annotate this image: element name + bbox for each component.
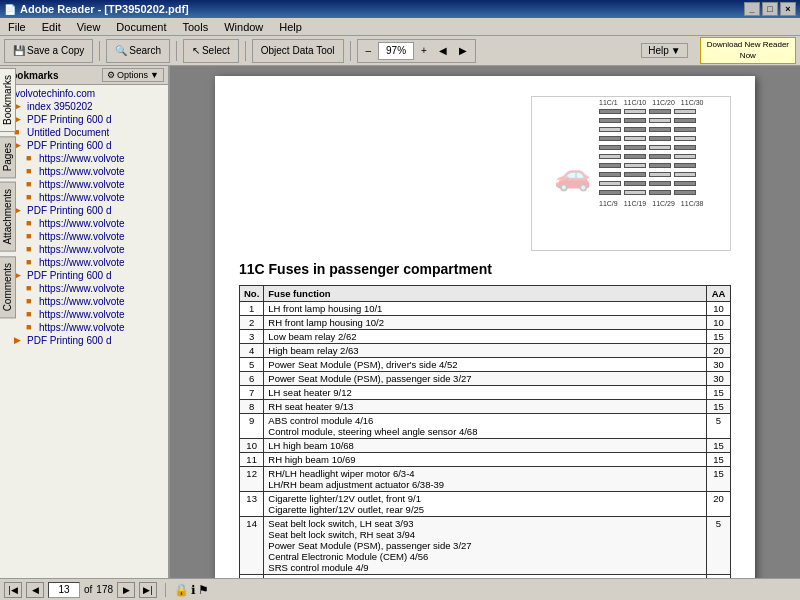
table-row: 12 RH/LH headlight wiper motor 6/3-4LH/R… — [240, 467, 731, 492]
comments-tab[interactable]: Comments — [0, 256, 16, 318]
row-func: RH seat heater 9/13 — [264, 400, 707, 414]
bookmark-item[interactable]: ■https://www.volvote — [2, 308, 166, 321]
nav-forward-button[interactable]: ▶ — [454, 41, 472, 61]
search-icon: 🔍 — [115, 45, 127, 56]
row-no: 14 — [240, 517, 264, 575]
prev-page-button[interactable]: ◀ — [26, 582, 44, 598]
bookmark-item[interactable]: ▶PDF Printing 600 d — [2, 269, 166, 282]
menu-tools[interactable]: Tools — [179, 19, 213, 35]
table-row: 1 LH front lamp housing 10/1 10 — [240, 302, 731, 316]
zoom-group: – + ◀ ▶ — [357, 39, 476, 63]
bookmark-item[interactable]: ■https://www.volvote — [2, 152, 166, 165]
row-no: 6 — [240, 372, 264, 386]
toolbar-separator2 — [176, 41, 177, 61]
table-row: 10 LH high beam 10/68 15 — [240, 439, 731, 453]
row-no: 12 — [240, 467, 264, 492]
objectdata-group: Object Data Tool — [252, 39, 344, 63]
bookmark-item[interactable]: ■Untitled Document — [2, 126, 166, 139]
pages-tab[interactable]: Pages — [0, 136, 16, 178]
fuse-col-4 — [674, 108, 696, 196]
col-label-11c1: 11C/1 — [599, 99, 618, 106]
attachments-tab[interactable]: Attachments — [0, 182, 16, 252]
menu-edit[interactable]: Edit — [38, 19, 65, 35]
close-button[interactable]: × — [780, 2, 796, 16]
row-aa: 20 — [707, 492, 731, 517]
select-button[interactable]: ↖ Select — [187, 41, 235, 61]
menu-file[interactable]: File — [4, 19, 30, 35]
last-page-button[interactable]: ▶| — [139, 582, 157, 598]
object-data-button[interactable]: Object Data Tool — [256, 41, 340, 61]
row-func: Power Seat Module (PSM), passenger side … — [264, 372, 707, 386]
options-button[interactable]: ⚙ Options ▼ — [102, 68, 164, 82]
bookmark-item[interactable]: ■https://www.volvote — [2, 178, 166, 191]
fuse-col-3 — [649, 108, 671, 196]
next-page-button[interactable]: ▶ — [117, 582, 135, 598]
toolbar-separator — [99, 41, 100, 61]
row-func: ABS control module 4/16Control module, s… — [264, 414, 707, 439]
menu-view[interactable]: View — [73, 19, 105, 35]
zoom-in-button[interactable]: + — [416, 41, 432, 61]
fuse-box-image: 🚗 11C/1 11C/10 11C/20 11C/30 — [531, 96, 731, 251]
page-of-label: of — [84, 584, 92, 595]
table-row: 7 LH seat heater 9/12 15 — [240, 386, 731, 400]
table-row: 14 Seat belt lock switch, LH seat 3/93Se… — [240, 517, 731, 575]
bookmark-item[interactable]: ■https://www.volvote — [2, 230, 166, 243]
bookmark-item[interactable]: ▶PDF Printing 600 d — [2, 334, 166, 347]
bookmark-item[interactable]: ■https://www.volvote — [2, 165, 166, 178]
row-no: 11 — [240, 453, 264, 467]
row-aa: 5 — [707, 414, 731, 439]
search-button[interactable]: 🔍 Search — [110, 41, 166, 61]
maximize-button[interactable]: □ — [762, 2, 778, 16]
bookmark-item[interactable]: ▶PDF Printing 600 d — [2, 113, 166, 126]
bookmark-item[interactable]: ■https://www.volvote — [2, 191, 166, 204]
bookmark-item[interactable]: ▶PDF Printing 600 d — [2, 204, 166, 217]
bookmark-label: https://www.volvote — [39, 153, 125, 164]
bookmark-label: https://www.volvote — [39, 309, 125, 320]
bookmark-item[interactable]: ■https://www.volvote — [2, 295, 166, 308]
menu-document[interactable]: Document — [112, 19, 170, 35]
row-aa: 15 — [707, 453, 731, 467]
bookmark-item[interactable]: ■https://www.volvote — [2, 256, 166, 269]
main-area: Bookmarks ⚙ Options ▼ ▶volvotechinfo.com… — [0, 66, 800, 578]
bookmark-item[interactable]: ■https://www.volvote — [2, 243, 166, 256]
col-header-aa: AA — [707, 286, 731, 302]
pdf-viewer[interactable]: 🚗 11C/1 11C/10 11C/20 11C/30 — [170, 66, 800, 578]
row-aa: 10 — [707, 302, 731, 316]
first-page-button[interactable]: |◀ — [4, 582, 22, 598]
minimize-button[interactable]: _ — [744, 2, 760, 16]
menu-window[interactable]: Window — [220, 19, 267, 35]
bookmark-label: https://www.volvote — [39, 166, 125, 177]
download-new-reader-button[interactable]: Download New ReaderNow — [700, 37, 796, 64]
zoom-field[interactable] — [378, 42, 414, 60]
row-no: 9 — [240, 414, 264, 439]
bookmark-item[interactable]: ▶PDF Printing 600 d — [2, 139, 166, 152]
bookmarks-tab[interactable]: Bookmarks — [0, 68, 16, 132]
nav-back-button[interactable]: ◀ — [434, 41, 452, 61]
bookmark-label: index 3950202 — [27, 101, 93, 112]
bookmark-icon: ■ — [26, 153, 36, 163]
row-aa: 15 — [707, 400, 731, 414]
bookmark-label: https://www.volvote — [39, 296, 125, 307]
window-controls[interactable]: _ □ × — [744, 2, 796, 16]
bookmark-item[interactable]: ■https://www.volvote — [2, 321, 166, 334]
zoom-out-button[interactable]: – — [361, 41, 377, 61]
bookmark-item[interactable]: ▶index 3950202 — [2, 100, 166, 113]
bookmark-icon: ■ — [26, 166, 36, 176]
title-text: Adobe Reader - [TP3950202.pdf] — [20, 3, 744, 15]
bookmark-item[interactable]: ■https://www.volvote — [2, 217, 166, 230]
col-header-no: No. — [240, 286, 264, 302]
bookmark-item[interactable]: ▶volvotechinfo.com — [2, 87, 166, 100]
table-row: 13 Cigarette lighter/12V outlet, front 9… — [240, 492, 731, 517]
row-aa: 15 — [707, 386, 731, 400]
bookmark-item[interactable]: ■https://www.volvote — [2, 282, 166, 295]
save-copy-button[interactable]: 💾 Save a Copy — [8, 41, 89, 61]
table-row: 2 RH front lamp housing 10/2 10 — [240, 316, 731, 330]
lock-icon: 🔒 — [174, 583, 189, 597]
help-button[interactable]: Help ▼ — [641, 43, 687, 58]
menu-help[interactable]: Help — [275, 19, 306, 35]
row-aa: 5 — [707, 575, 731, 579]
row-func: LH high beam 10/68 — [264, 439, 707, 453]
bookmark-icon: ■ — [26, 179, 36, 189]
row-aa: 20 — [707, 344, 731, 358]
current-page-field[interactable] — [48, 582, 80, 598]
